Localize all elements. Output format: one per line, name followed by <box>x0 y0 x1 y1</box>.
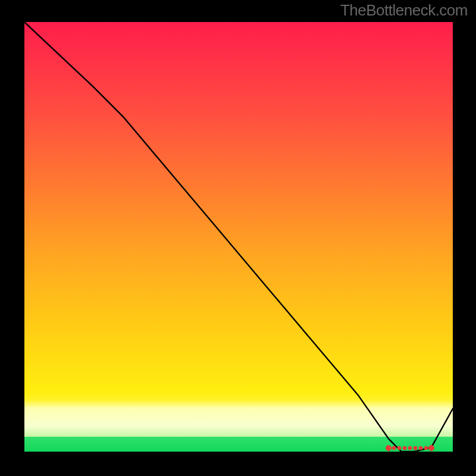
optimal-marker <box>403 446 406 450</box>
optimal-range-markers <box>386 446 434 451</box>
optimal-marker <box>408 446 412 450</box>
bottleneck-curve <box>24 22 453 452</box>
curve-svg <box>24 22 453 452</box>
plot-area <box>24 22 453 452</box>
optimal-marker <box>414 446 417 450</box>
optimal-marker <box>386 446 392 451</box>
optimal-marker <box>424 446 428 450</box>
optimal-marker <box>419 446 422 450</box>
optimal-marker <box>392 446 396 450</box>
optimal-marker <box>429 446 434 451</box>
chart-stage: TheBottleneck.com <box>0 0 476 476</box>
attribution-text: TheBottleneck.com <box>340 1 468 20</box>
optimal-marker <box>397 446 401 450</box>
